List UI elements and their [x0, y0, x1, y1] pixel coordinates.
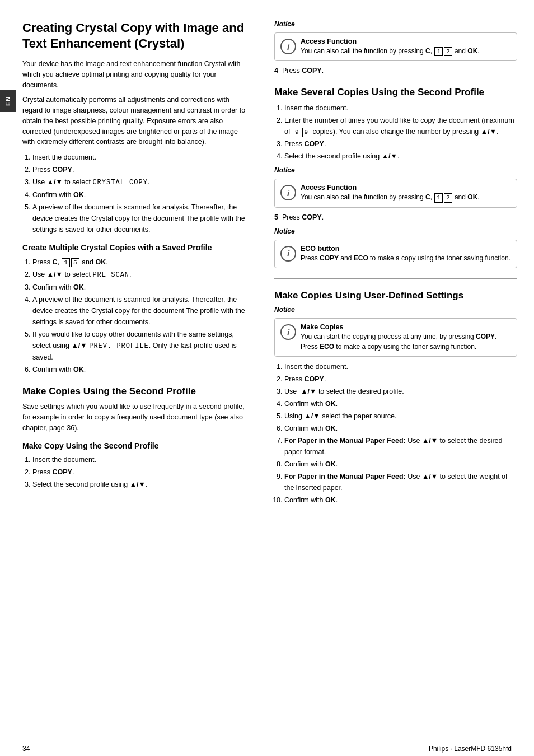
left-column: Creating Crystal Copy with Image and Tex…: [0, 0, 257, 756]
section2-title: Create Multiple Crystal Copies with a Sa…: [22, 243, 246, 253]
section3-title: Make Copies Using the Second Profile: [22, 385, 246, 397]
section3a-title: Make Copy Using the Second Profile: [22, 441, 246, 451]
list-item: For Paper in the Manual Paper Feed: Use …: [284, 471, 517, 493]
step4: 4 Press COPY.: [274, 66, 517, 76]
page-number: 34: [22, 745, 30, 753]
list-item: Confirm with OK.: [284, 494, 517, 506]
list-item: Confirm with OK.: [284, 398, 517, 409]
steps-list-3: Insert the document. Press COPY. Select …: [22, 454, 246, 490]
section5-title: Make Copies Using User-Defined Settings: [274, 290, 517, 301]
notice1-text: You can also call the function by pressi…: [301, 46, 511, 56]
steps-list-5: Insert the document. Press COPY. Use ▲/▼…: [274, 361, 517, 506]
notice3-text: Press COPY and ECO to make a copy using …: [301, 254, 511, 263]
list-item: Use ▲/▼ to select the desired profile.: [284, 386, 517, 397]
section3-intro: Save settings which you would like to us…: [22, 402, 246, 433]
list-item: Use ▲/▼ to select CRYSTAL COPY.: [32, 176, 246, 188]
list-item: Insert the document.: [284, 102, 517, 114]
notice1-label: Notice: [274, 20, 517, 28]
list-item: Insert the document.: [284, 361, 517, 372]
notice4-title: Make Copies: [301, 323, 511, 331]
notice2-title: Access Function: [301, 184, 511, 192]
section4-title: Make Several Copies Using the Second Pro…: [274, 86, 517, 98]
list-item: Confirm with OK.: [32, 282, 246, 293]
list-item: Press COPY.: [284, 374, 517, 385]
footer-bar: 34 Philips · LaserMFD 6135hfd: [0, 741, 534, 756]
en-tab: EN: [0, 90, 16, 112]
list-item: Enter the number of times you would like…: [284, 115, 517, 137]
list-item: Press COPY.: [32, 164, 246, 175]
brand: Philips · LaserMFD 6135hfd: [429, 745, 512, 753]
list-item: Press COPY.: [32, 466, 246, 478]
notice4-icon: i: [280, 324, 296, 340]
list-item: Confirm with OK.: [32, 189, 246, 200]
list-item: Confirm with OK.: [32, 364, 246, 375]
section-divider: [274, 278, 517, 279]
steps-list-4: Insert the document. Enter the number of…: [274, 102, 517, 162]
notice1-icon: i: [280, 39, 296, 54]
notice3-label: Notice: [274, 227, 517, 235]
main-title: Creating Crystal Copy with Image and Tex…: [22, 20, 246, 51]
list-item: Select the second profile using ▲/▼.: [284, 151, 517, 162]
notice1-title: Access Function: [301, 38, 511, 45]
intro-p1: Your device has the image and text enhan…: [22, 59, 246, 90]
list-item: Insert the document.: [32, 152, 246, 163]
page: EN Creating Crystal Copy with Image and …: [0, 0, 534, 756]
list-item: A preview of the document is scanned for…: [32, 202, 246, 235]
steps-list-2: Press C, 15 and OK. Use ▲/▼ to select PR…: [22, 256, 246, 375]
notice3-box: i ECO button Press COPY and ECO to make …: [274, 240, 517, 268]
list-item: If you would like to copy other document…: [32, 329, 246, 363]
list-item: Using ▲/▼ select the paper source.: [284, 410, 517, 422]
notice4-text: You can start the copying process at any…: [301, 332, 511, 352]
notice3-icon: i: [280, 246, 296, 262]
steps-list-1: Insert the document. Press COPY. Use ▲/▼…: [22, 152, 246, 235]
notice1-content: Access Function You can also call the fu…: [301, 38, 511, 56]
intro-p2: Crystal automatically performs all adjus…: [22, 95, 246, 147]
right-column: Notice i Access Function You can also ca…: [257, 0, 534, 756]
list-item: A preview of the document is scanned for…: [32, 294, 246, 328]
notice1-box: i Access Function You can also call the …: [274, 32, 517, 61]
list-item: Press C, 15 and OK.: [32, 256, 246, 268]
notice3-title: ECO button: [301, 245, 511, 253]
list-item: Insert the document.: [32, 454, 246, 465]
list-item: Use ▲/▼ to select PRE SCAN.: [32, 269, 246, 281]
notice2-text: You can also call the function by pressi…: [301, 193, 511, 202]
list-item: Press COPY.: [284, 138, 517, 150]
notice2-label: Notice: [274, 166, 517, 174]
notice2-icon: i: [280, 185, 296, 200]
list-item: Select the second profile using ▲/▼.: [32, 479, 246, 490]
notice4-box: i Make Copies You can start the copying …: [274, 318, 517, 357]
notice4-content: Make Copies You can start the copying pr…: [301, 323, 511, 352]
list-item: Confirm with OK.: [284, 423, 517, 434]
notice3-content: ECO button Press COPY and ECO to make a …: [301, 245, 511, 263]
notice2-box: i Access Function You can also call the …: [274, 179, 517, 207]
notice2-content: Access Function You can also call the fu…: [301, 184, 511, 202]
notice4-label: Notice: [274, 306, 517, 314]
list-item: For Paper in the Manual Paper Feed: Use …: [284, 435, 517, 458]
step5: 5 Press COPY.: [274, 212, 517, 223]
list-item: Confirm with OK.: [284, 459, 517, 470]
